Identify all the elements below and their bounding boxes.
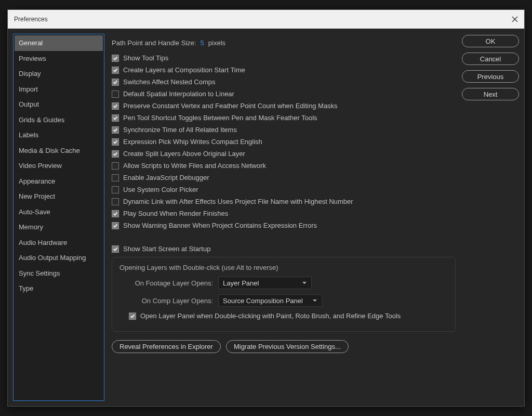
check-icon (113, 68, 118, 73)
comp-layer-row: On Comp Layer Opens: Source Composition … (119, 294, 448, 307)
sidebar-item-memory[interactable]: Memory (15, 219, 103, 235)
check-icon (113, 56, 118, 61)
check-icon (113, 246, 118, 252)
checkbox-row: Enable JavaScript Debugger (112, 174, 456, 181)
sidebar-item-audio-hardware[interactable]: Audio Hardware (15, 235, 103, 251)
checkbox-row: Show Tool Tips (112, 54, 456, 62)
titlebar: Preferences (8, 10, 524, 29)
checkbox-row: Synchronize Time of All Related Items (112, 126, 456, 134)
path-point-value[interactable]: 5 (201, 39, 204, 47)
reveal-prefs-button[interactable]: Reveal Preferences in Explorer (112, 340, 221, 353)
checkbox-label[interactable]: Default Spatial Interpolation to Linear (123, 90, 234, 98)
path-point-label: Path Point and Handle Size: (112, 39, 196, 47)
check-icon (113, 223, 118, 228)
checkbox-row: Preserve Constant Vertex and Feather Poi… (112, 102, 456, 110)
checkbox-row: Expression Pick Whip Writes Compact Engl… (112, 138, 456, 146)
sidebar-item-type[interactable]: Type (15, 281, 103, 296)
sidebar-item-previews[interactable]: Previews (15, 51, 103, 67)
checkbox-label[interactable]: Enable JavaScript Debugger (123, 174, 209, 181)
checkbox[interactable] (112, 126, 119, 134)
right-button-column: OK Cancel Previous Next (462, 34, 519, 401)
checkbox[interactable] (112, 79, 119, 86)
checkbox[interactable] (112, 55, 119, 62)
checkbox-label[interactable]: Show Warning Banner When Project Contain… (123, 222, 317, 229)
sidebar-item-media-disk-cache[interactable]: Media & Disk Cache (15, 143, 103, 159)
sidebar-item-output[interactable]: Output (15, 97, 103, 112)
open-layer-panel-label[interactable]: Open Layer Panel when Double-clicking wi… (140, 312, 401, 320)
sidebar-item-audio-output-mapping[interactable]: Audio Output Mapping (15, 250, 103, 266)
check-icon (113, 80, 118, 85)
checkbox-label[interactable]: Show Tool Tips (123, 54, 168, 62)
sidebar-item-auto-save[interactable]: Auto-Save (15, 204, 103, 220)
checkbox[interactable] (112, 162, 119, 170)
sidebar-item-video-preview[interactable]: Video Preview (15, 158, 103, 174)
ok-button[interactable]: OK (462, 35, 519, 47)
chevron-down-icon (302, 280, 307, 285)
checkbox[interactable] (112, 222, 119, 229)
dialog-body: GeneralPreviewsDisplayImportOutputGrids … (8, 29, 524, 406)
check-icon (113, 115, 118, 121)
checkbox-row: Switches Affect Nested Comps (112, 78, 456, 86)
close-button[interactable] (511, 15, 519, 23)
checkbox[interactable] (112, 198, 119, 205)
sidebar-item-appearance[interactable]: Appearance (15, 174, 103, 189)
sidebar-item-grids-guides[interactable]: Grids & Guides (15, 112, 103, 128)
start-screen-label[interactable]: Show Start Screen at Startup (123, 245, 210, 253)
footage-layer-dropdown[interactable]: Layer Panel (218, 277, 312, 289)
path-point-unit: pixels (208, 39, 225, 47)
check-icon (113, 151, 118, 157)
window-title: Preferences (13, 16, 48, 23)
next-button[interactable]: Next (462, 88, 519, 100)
sidebar-item-sync-settings[interactable]: Sync Settings (15, 266, 103, 281)
checkbox-label[interactable]: Create Layers at Composition Start Time (123, 66, 245, 74)
checkbox-label[interactable]: Allow Scripts to Write Files and Access … (123, 162, 266, 170)
checkbox-label[interactable]: Pen Tool Shortcut Toggles Between Pen an… (123, 114, 317, 122)
checkbox-open-layer-panel[interactable] (129, 313, 136, 320)
check-icon (130, 314, 135, 319)
comp-layer-value: Source Composition Panel (223, 297, 303, 305)
checkbox-label[interactable]: Dynamic Link with After Effects Uses Pro… (123, 198, 353, 205)
checkbox-label[interactable]: Play Sound When Render Finishes (123, 210, 228, 217)
check-icon (113, 139, 118, 145)
checkbox[interactable] (112, 90, 119, 98)
bottom-buttons: Reveal Preferences in Explorer Migrate P… (112, 340, 456, 353)
migrate-settings-button[interactable]: Migrate Previous Version Settings... (226, 340, 349, 353)
previous-button[interactable]: Previous (462, 70, 519, 83)
checkbox[interactable] (112, 114, 119, 122)
sidebar-item-new-project[interactable]: New Project (15, 189, 103, 204)
checkbox[interactable] (112, 210, 119, 217)
checkbox-label[interactable]: Preserve Constant Vertex and Feather Poi… (123, 102, 338, 110)
sidebar-item-general[interactable]: General (15, 35, 103, 51)
checkbox[interactable] (112, 150, 119, 158)
checkbox-row: Create Layers at Composition Start Time (112, 66, 456, 74)
sidebar-item-labels[interactable]: Labels (15, 127, 103, 143)
preferences-dialog: Preferences GeneralPreviewsDisplayImport… (7, 9, 525, 407)
checkbox-row: Pen Tool Shortcut Toggles Between Pen an… (112, 114, 456, 122)
sidebar-item-import[interactable]: Import (15, 82, 103, 97)
checkbox-row: Default Spatial Interpolation to Linear (112, 90, 456, 98)
opening-layers-legend: Opening Layers with Double-click (use Al… (119, 264, 448, 271)
cancel-button[interactable]: Cancel (462, 53, 519, 65)
checkbox-label[interactable]: Create Split Layers Above Original Layer (123, 150, 245, 158)
checkbox-row: Play Sound When Render Finishes (112, 210, 456, 217)
sidebar-item-display[interactable]: Display (15, 66, 103, 82)
footage-layer-label: On Footage Layer Opens: (126, 279, 213, 287)
checkbox[interactable] (112, 138, 119, 146)
checkbox-row: Dynamic Link with After Effects Uses Pro… (112, 198, 456, 205)
check-icon (113, 103, 118, 109)
footage-layer-row: On Footage Layer Opens: Layer Panel (119, 277, 448, 289)
checkbox-label[interactable]: Use System Color Picker (123, 186, 198, 193)
checkbox-row: Create Split Layers Above Original Layer (112, 150, 456, 158)
checkbox-start-screen[interactable] (112, 245, 119, 253)
checkbox[interactable] (112, 102, 119, 110)
checkbox-label[interactable]: Synchronize Time of All Related Items (123, 126, 237, 134)
path-point-row: Path Point and Handle Size: 5 pixels (112, 39, 456, 47)
checkbox[interactable] (112, 67, 119, 74)
checkbox-label[interactable]: Expression Pick Whip Writes Compact Engl… (123, 138, 262, 146)
comp-layer-dropdown[interactable]: Source Composition Panel (218, 294, 322, 307)
main-area: Path Point and Handle Size: 5 pixels Sho… (112, 34, 519, 401)
checkbox[interactable] (112, 186, 119, 193)
open-layer-panel-row: Open Layer Panel when Double-clicking wi… (119, 312, 448, 320)
checkbox[interactable] (112, 174, 119, 181)
checkbox-label[interactable]: Switches Affect Nested Comps (123, 78, 216, 86)
